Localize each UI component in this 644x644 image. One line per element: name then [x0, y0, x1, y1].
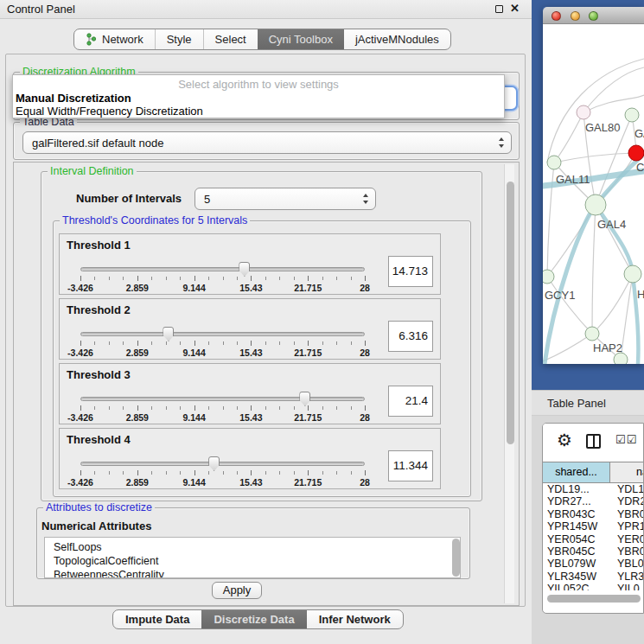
- slider-handle[interactable]: [163, 327, 174, 341]
- table-horizontal-scrollbar[interactable]: [543, 593, 644, 605]
- threshold-2-slider[interactable]: -3.4262.8599.14415.4321.71528: [80, 330, 365, 360]
- column-header-shared-name[interactable]: shared...: [543, 462, 610, 482]
- attribute-list-item[interactable]: SelfLoops: [54, 540, 460, 554]
- tab-impute-data[interactable]: Impute Data: [113, 610, 201, 628]
- threshold-1-slider[interactable]: -3.4262.8599.14415.4321.71528: [80, 265, 365, 295]
- threshold-1-panel: Threshold 1 -3.4262.8599.14415.4321.7152…: [59, 233, 441, 295]
- tab-jactivemnodules[interactable]: jActiveMNodules: [344, 29, 450, 49]
- float-window-icon[interactable]: [495, 5, 503, 13]
- network-window-titlebar[interactable]: [543, 7, 644, 24]
- network-edge[interactable]: [554, 112, 583, 163]
- cell-name[interactable]: YPR1: [610, 520, 644, 532]
- close-icon[interactable]: ✕: [510, 2, 520, 15]
- table-row[interactable]: YBR043CYBR0: [543, 508, 644, 520]
- table-data-combobox[interactable]: galFiltered.sif default node: [22, 131, 512, 154]
- threshold-2-value[interactable]: 6.316: [388, 321, 433, 352]
- attribute-list-item[interactable]: BetweennessCentrality: [54, 568, 460, 578]
- tick-label: 9.144: [182, 283, 205, 293]
- tab-cyni-toolbox[interactable]: Cyni Toolbox: [258, 29, 344, 49]
- table-row[interactable]: YPR145WYPR1: [543, 520, 644, 532]
- slider-handle[interactable]: [208, 456, 220, 471]
- algorithm-option-manual[interactable]: Manual Discretization: [16, 92, 131, 105]
- cell-name[interactable]: YBL0: [610, 558, 644, 570]
- attribute-list-item[interactable]: TopologicalCoefficient: [54, 554, 460, 568]
- table-row[interactable]: YDR27...YDR2: [543, 495, 644, 507]
- tab-infer-network[interactable]: Infer Network: [307, 610, 403, 628]
- network-node[interactable]: [585, 194, 606, 215]
- cell-name[interactable]: YDL1: [610, 483, 644, 495]
- cell-name[interactable]: YIL0: [610, 583, 644, 590]
- network-node-label: H: [637, 288, 644, 301]
- cell-shared-name[interactable]: YLR345W: [543, 571, 610, 583]
- cell-name[interactable]: YBR0: [610, 545, 644, 558]
- threshold-3-slider[interactable]: -3.4262.8599.14415.4321.71528: [80, 395, 365, 424]
- slider-track[interactable]: [80, 462, 365, 466]
- network-canvas[interactable]: GAL80GACGAL11GAL4GCY1HHAP2: [543, 24, 644, 364]
- network-view-window[interactable]: GAL80GACGAL11GAL4GCY1HHAP2: [543, 7, 644, 364]
- slider-track[interactable]: [80, 397, 365, 401]
- numerical-attributes-list[interactable]: SelfLoopsTopologicalCoefficientBetweenne…: [44, 537, 461, 578]
- network-edge[interactable]: [547, 163, 554, 277]
- cell-shared-name[interactable]: YPR145W: [543, 520, 610, 532]
- algorithm-option-equal-width[interactable]: Equal Width/Frequency Discretization: [16, 105, 203, 118]
- tab-discretize-data[interactable]: Discretize Data: [201, 610, 306, 628]
- network-node[interactable]: [624, 265, 641, 283]
- network-edge[interactable]: [554, 153, 636, 163]
- threshold-3-value[interactable]: 21.4: [388, 386, 433, 417]
- columns-icon[interactable]: [586, 434, 601, 449]
- network-node[interactable]: [543, 270, 554, 284]
- close-traffic-light-icon[interactable]: [552, 11, 561, 21]
- number-of-intervals-combobox[interactable]: 5: [194, 188, 376, 210]
- cell-shared-name[interactable]: YDR27...: [543, 495, 610, 507]
- scrollbar-thumb[interactable]: [507, 182, 514, 444]
- tab-select[interactable]: Select: [203, 29, 258, 49]
- network-node[interactable]: [614, 353, 628, 364]
- slider-handle[interactable]: [299, 392, 310, 406]
- network-edge[interactable]: [583, 67, 644, 112]
- slider-track[interactable]: [80, 332, 365, 336]
- table-row[interactable]: YDL19...YDL1: [543, 483, 644, 495]
- table-row[interactable]: YBL079WYBL0: [543, 558, 644, 570]
- slider-track[interactable]: [80, 267, 365, 271]
- network-edge[interactable]: [592, 205, 596, 334]
- threshold-1-value[interactable]: 14.713: [388, 256, 433, 287]
- cell-shared-name[interactable]: YDL19...: [543, 483, 610, 495]
- slider-handle[interactable]: [239, 262, 250, 277]
- attributes-list-scrollbar[interactable]: [452, 539, 460, 577]
- network-node[interactable]: [628, 145, 644, 161]
- table-row[interactable]: YIL052CYIL0: [543, 583, 644, 590]
- cell-shared-name[interactable]: YBL079W: [543, 558, 610, 570]
- tab-style[interactable]: Style: [155, 29, 203, 49]
- cell-shared-name[interactable]: YBR043C: [543, 508, 610, 520]
- network-edge[interactable]: [547, 277, 592, 334]
- cell-name[interactable]: YBR0: [610, 508, 644, 520]
- cell-name[interactable]: YDR2: [610, 495, 644, 507]
- network-edge[interactable]: [592, 274, 633, 334]
- cell-shared-name[interactable]: YBR045C: [543, 545, 610, 558]
- tick-label: 15.43: [239, 348, 262, 358]
- threshold-4-slider[interactable]: -3.4262.8599.14415.4321.71528: [80, 460, 365, 489]
- network-node[interactable]: [547, 156, 561, 169]
- scrollbar-thumb[interactable]: [547, 595, 641, 603]
- cell-name[interactable]: YER0: [610, 533, 644, 545]
- cell-shared-name[interactable]: YER054C: [543, 533, 610, 545]
- gear-icon[interactable]: ⚙: [557, 430, 572, 450]
- zoom-traffic-light-icon[interactable]: [589, 11, 598, 21]
- tab-network[interactable]: Network: [74, 29, 155, 49]
- slider-tick-labels: -3.4262.8599.14415.4321.71528: [80, 412, 365, 423]
- table-row[interactable]: YER054CYER0: [543, 533, 644, 545]
- apply-button[interactable]: Apply: [212, 582, 262, 599]
- minimize-traffic-light-icon[interactable]: [571, 11, 580, 21]
- threshold-4-value[interactable]: 11.344: [388, 450, 433, 481]
- network-node[interactable]: [577, 105, 590, 119]
- table-row[interactable]: YBR045CYBR0: [543, 545, 644, 558]
- cell-name[interactable]: YLR3: [610, 571, 644, 583]
- network-node[interactable]: [625, 108, 639, 122]
- table-row[interactable]: YLR345WYLR3: [543, 571, 644, 583]
- settings-vertical-scrollbar[interactable]: [504, 164, 514, 603]
- network-node[interactable]: [585, 327, 599, 341]
- select-columns-icon[interactable]: ☑☑: [615, 433, 637, 446]
- column-header-name[interactable]: na: [610, 462, 644, 482]
- cell-shared-name[interactable]: YIL052C: [543, 583, 610, 590]
- tick-label: 15.43: [239, 283, 262, 293]
